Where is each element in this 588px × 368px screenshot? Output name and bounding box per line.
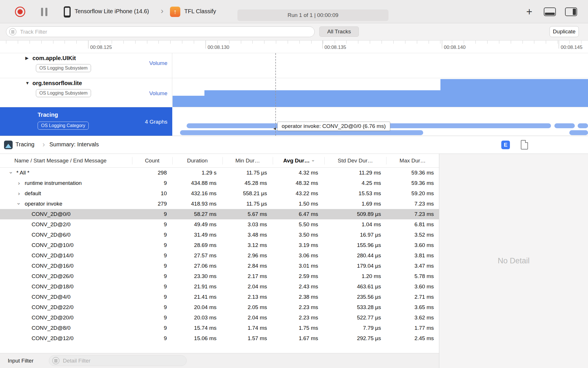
column-header-min-dur[interactable]: Min Dur… (223, 154, 273, 168)
track-meta: Volume (149, 90, 167, 97)
breadcrumb-page[interactable]: Summary: Intervals (49, 141, 99, 148)
uikit-graph[interactable] (173, 53, 588, 78)
extended-detail-toggle[interactable]: E (501, 141, 510, 149)
track-header-tensorflow[interactable]: ▼ org.tensorflow.lite OS Logging Subsyst… (0, 78, 172, 107)
cell-min: 2.04 ms (223, 281, 267, 292)
table-row[interactable]: CONV_2D@18/0921.91 ms2.04 ms2.43 ms463.6… (0, 281, 439, 292)
column-header-count[interactable]: Count (132, 154, 172, 168)
ruler-minor-tick (41, 41, 42, 44)
cell-min: 2.84 ms (223, 261, 267, 271)
pause-button[interactable] (41, 8, 47, 16)
cell-std: 4.25 ms (324, 178, 381, 188)
column-header-duration[interactable]: Duration (172, 154, 223, 168)
process-selector[interactable]: TFL Classify (184, 8, 216, 15)
table-row[interactable]: CONV_2D@8/0915.74 ms1.74 ms1.75 ms7.79 µ… (0, 323, 439, 333)
interval-pill[interactable] (554, 123, 575, 128)
track-org-tensorflow-lite[interactable]: ▼ org.tensorflow.lite OS Logging Subsyst… (0, 78, 588, 107)
track-com-apple-uikit[interactable]: ▶ com.apple.UIKit OS Logging Subsystem V… (0, 53, 588, 78)
ruler-tick-label: 00:08.135 (324, 45, 346, 50)
cell-max: 2.45 ms (386, 333, 434, 344)
row-name: CONV_2D@18/0 (32, 281, 74, 292)
cell-min: 3.03 ms (223, 219, 267, 230)
cell-count: 9 (132, 333, 167, 344)
table-row[interactable]: CONV_2D@0/0958.27 ms5.67 ms6.47 ms509.89… (0, 209, 439, 219)
column-header-max-dur[interactable]: Max Dur… (386, 154, 439, 168)
disclosure-expanded-icon[interactable]: ▼ (25, 80, 30, 85)
track-filter-input[interactable] (6, 26, 315, 37)
row-name: CONV_2D@16/0 (32, 261, 74, 271)
ruler-minor-tick (452, 41, 452, 44)
document-icon[interactable] (521, 140, 528, 150)
cell-min: 2.04 ms (223, 313, 267, 323)
table-row[interactable]: ›* All *2981.29 s11.75 µs4.32 ms11.29 ms… (0, 168, 439, 178)
table-row[interactable]: ›default10432.16 ms558.21 µs43.22 ms15.5… (0, 188, 439, 199)
detail-panel: No Detail (439, 154, 588, 368)
cell-max: 6.81 ms (386, 219, 434, 230)
playhead-line[interactable] (275, 53, 276, 136)
cell-avg: 2.23 ms (273, 313, 318, 323)
row-name: runtime instrumentation (25, 178, 82, 188)
column-header-avg-dur[interactable]: Avg Dur…› (273, 154, 324, 168)
track-header-uikit[interactable]: ▶ com.apple.UIKit OS Logging Subsystem V… (0, 53, 172, 78)
cell-max: 59.36 ms (386, 168, 434, 178)
all-tracks-button[interactable]: All Tracks (319, 26, 359, 37)
cell-std: 235.56 µs (324, 292, 381, 302)
table-row[interactable]: ›operator invoke279418.93 ms11.75 µs1.50… (0, 199, 439, 209)
bottom-bar: Input Filter (0, 353, 439, 368)
table-row[interactable]: ›runtime instrumentation9434.88 ms45.28 … (0, 178, 439, 188)
no-detail-text: No Detail (498, 256, 529, 265)
cell-count: 9 (132, 178, 167, 188)
row-disclosure-icon[interactable]: › (9, 170, 14, 175)
table-row[interactable]: CONV_2D@16/0927.06 ms2.84 ms3.01 ms179.0… (0, 261, 439, 271)
toggle-bottom-panel-button[interactable] (544, 7, 556, 16)
cell-min: 1.57 ms (223, 333, 267, 344)
right-panel-icon (573, 9, 576, 15)
column-header-label: Max Dur… (400, 158, 426, 164)
toggle-right-panel-button[interactable] (565, 7, 577, 16)
table-row[interactable]: CONV_2D@2/0949.49 ms3.03 ms5.50 ms1.04 m… (0, 219, 439, 230)
column-separator (324, 157, 325, 164)
interval-pill[interactable] (569, 130, 588, 135)
filter-lines-icon (54, 361, 57, 361)
table-row[interactable]: CONV_2D@10/0928.69 ms3.12 ms3.19 ms155.9… (0, 240, 439, 250)
breadcrumb-chevron-icon: › (42, 140, 45, 149)
ruler-minor-tick (534, 41, 534, 44)
disclosure-collapsed-icon[interactable]: ▶ (25, 55, 29, 61)
timeline-ruler[interactable]: 00:08.12500:08.13000:08.13500:08.14000:0… (0, 41, 588, 53)
table-row[interactable]: CONV_2D@6/0931.49 ms3.48 ms3.50 ms16.97 … (0, 230, 439, 240)
volume-graph-tensorflow[interactable] (173, 78, 588, 107)
detail-filter-input[interactable] (49, 355, 187, 366)
interval-pill[interactable] (180, 130, 423, 135)
ruler-tick-label: 00:08.140 (444, 45, 466, 50)
breadcrumb-root[interactable]: Tracing (16, 141, 34, 148)
ruler-major-tick (206, 41, 206, 49)
cell-duration: 27.57 ms (172, 250, 216, 261)
ruler-minor-tick (182, 41, 182, 44)
table-row[interactable]: CONV_2D@26/0923.30 ms2.17 ms2.59 ms1.20 … (0, 271, 439, 281)
cell-max: 3.60 ms (386, 240, 434, 250)
cell-count: 10 (132, 188, 167, 199)
record-button[interactable] (15, 7, 25, 17)
device-selector[interactable]: Tensorflow Lite iPhone (14.6) (75, 8, 149, 15)
row-disclosure-icon[interactable]: › (16, 181, 22, 186)
column-header-name-start-message-end-message[interactable]: Name / Start Message / End Message (0, 154, 132, 168)
track-header-tracing[interactable]: Tracing OS Logging Category 4 Graphs (0, 107, 172, 136)
ruler-minor-tick (217, 41, 218, 44)
duplicate-button[interactable]: Duplicate (550, 26, 579, 37)
column-header-std-dev-dur[interactable]: Std Dev Dur… (324, 154, 386, 168)
interval-pill[interactable] (578, 123, 588, 128)
table-row[interactable]: CONV_2D@22/0920.04 ms2.05 ms2.23 ms533.2… (0, 302, 439, 313)
ruler-minor-tick (18, 41, 18, 44)
ruler-minor-tick (30, 41, 30, 44)
table-row[interactable]: CONV_2D@14/0927.57 ms2.96 ms3.06 ms280.4… (0, 250, 439, 261)
row-disclosure-icon[interactable]: › (16, 201, 22, 206)
cell-min: 3.12 ms (223, 240, 267, 250)
table-row[interactable]: CONV_2D@20/0920.03 ms2.04 ms2.23 ms522.7… (0, 313, 439, 323)
table-row[interactable]: CONV_2D@4/0921.41 ms2.13 ms2.38 ms235.56… (0, 292, 439, 302)
table-row[interactable]: CONV_2D@12/0915.06 ms1.57 ms1.67 ms292.7… (0, 333, 439, 344)
cell-count: 9 (132, 302, 167, 313)
ruler-minor-tick (335, 41, 335, 44)
add-instrument-button[interactable]: + (526, 6, 532, 18)
row-disclosure-icon[interactable]: › (16, 191, 22, 196)
volume-bar (173, 96, 204, 107)
